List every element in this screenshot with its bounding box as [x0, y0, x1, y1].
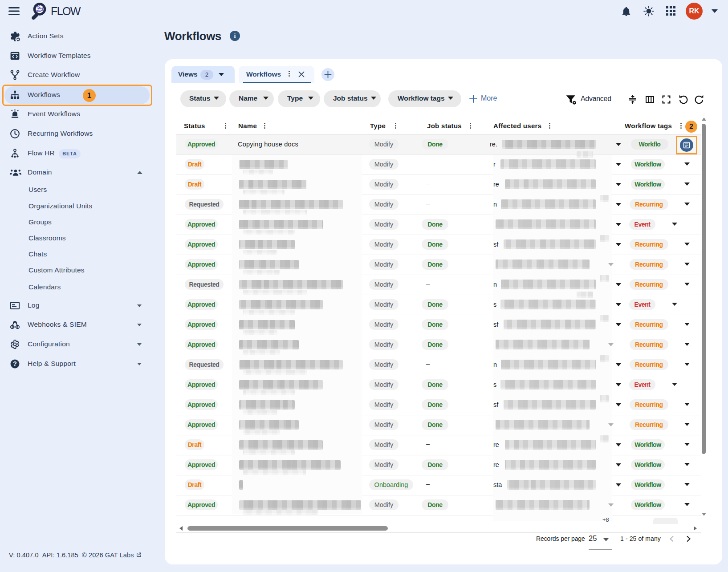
svg-text:?: ? [13, 361, 17, 368]
